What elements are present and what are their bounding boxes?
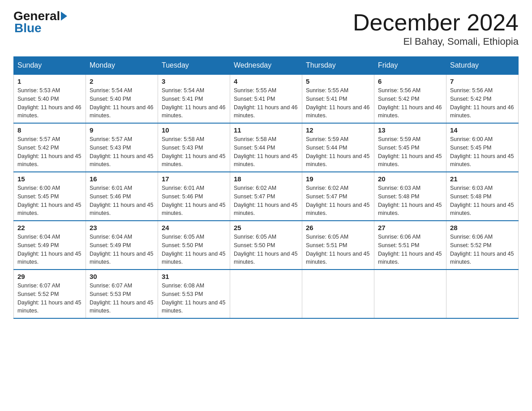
day-info: Sunrise: 6:06 AMSunset: 5:51 PMDaylight:…	[378, 233, 442, 266]
day-number: 3	[162, 77, 226, 85]
logo: General Blue	[13, 9, 68, 35]
calendar-cell	[302, 270, 374, 318]
day-info: Sunrise: 5:57 AMSunset: 5:43 PMDaylight:…	[90, 135, 154, 169]
day-info: Sunrise: 6:07 AMSunset: 5:52 PMDaylight:…	[17, 282, 82, 315]
day-info: Sunrise: 5:58 AMSunset: 5:44 PMDaylight:…	[234, 135, 298, 169]
day-number: 10	[162, 126, 226, 134]
day-number: 30	[90, 273, 154, 280]
day-info: Sunrise: 6:03 AMSunset: 5:48 PMDaylight:…	[378, 184, 442, 218]
day-number: 8	[17, 126, 82, 134]
calendar-row-0: 1 Sunrise: 5:53 AMSunset: 5:40 PMDayligh…	[14, 74, 519, 123]
day-info: Sunrise: 6:00 AMSunset: 5:45 PMDaylight:…	[450, 135, 515, 169]
day-info: Sunrise: 6:08 AMSunset: 5:53 PMDaylight:…	[162, 282, 226, 315]
day-info: Sunrise: 6:07 AMSunset: 5:53 PMDaylight:…	[90, 282, 154, 315]
calendar-cell: 24 Sunrise: 6:05 AMSunset: 5:50 PMDaylig…	[158, 221, 230, 270]
day-number: 17	[162, 175, 226, 183]
logo-blue: Blue	[14, 21, 42, 35]
header-day-monday: Monday	[86, 57, 158, 75]
day-number: 13	[378, 126, 442, 134]
day-info: Sunrise: 6:05 AMSunset: 5:50 PMDaylight:…	[234, 233, 298, 266]
day-info: Sunrise: 5:59 AMSunset: 5:44 PMDaylight:…	[306, 135, 370, 169]
calendar-cell: 19 Sunrise: 6:02 AMSunset: 5:47 PMDaylig…	[302, 172, 374, 221]
day-number: 24	[162, 224, 226, 231]
day-number: 27	[378, 224, 442, 231]
calendar-row-2: 15 Sunrise: 6:00 AMSunset: 5:45 PMDaylig…	[14, 172, 519, 221]
day-info: Sunrise: 5:56 AMSunset: 5:42 PMDaylight:…	[378, 86, 442, 120]
calendar-cell: 25 Sunrise: 6:05 AMSunset: 5:50 PMDaylig…	[230, 221, 302, 270]
day-number: 19	[306, 175, 370, 183]
day-info: Sunrise: 6:04 AMSunset: 5:49 PMDaylight:…	[90, 233, 154, 266]
day-info: Sunrise: 5:54 AMSunset: 5:40 PMDaylight:…	[90, 86, 154, 120]
calendar-cell: 22 Sunrise: 6:04 AMSunset: 5:49 PMDaylig…	[14, 221, 86, 270]
calendar-cell: 17 Sunrise: 6:01 AMSunset: 5:46 PMDaylig…	[158, 172, 230, 221]
day-number: 31	[162, 273, 226, 280]
day-info: Sunrise: 6:01 AMSunset: 5:46 PMDaylight:…	[162, 184, 226, 218]
calendar-cell: 10 Sunrise: 5:58 AMSunset: 5:43 PMDaylig…	[158, 123, 230, 172]
calendar-cell: 1 Sunrise: 5:53 AMSunset: 5:40 PMDayligh…	[14, 74, 86, 123]
calendar-cell: 31 Sunrise: 6:08 AMSunset: 5:53 PMDaylig…	[158, 270, 230, 318]
day-number: 16	[90, 175, 154, 183]
header-day-saturday: Saturday	[446, 57, 519, 75]
title-block: December 2024 El Bahay, Somali, Ethiopia	[353, 9, 519, 47]
day-number: 4	[234, 77, 298, 85]
day-info: Sunrise: 6:05 AMSunset: 5:51 PMDaylight:…	[306, 233, 370, 266]
day-number: 18	[234, 175, 298, 183]
day-info: Sunrise: 5:59 AMSunset: 5:45 PMDaylight:…	[378, 135, 442, 169]
day-info: Sunrise: 6:02 AMSunset: 5:47 PMDaylight:…	[234, 184, 298, 218]
calendar-cell: 15 Sunrise: 6:00 AMSunset: 5:45 PMDaylig…	[14, 172, 86, 221]
calendar-cell	[230, 270, 302, 318]
calendar-cell: 23 Sunrise: 6:04 AMSunset: 5:49 PMDaylig…	[86, 221, 158, 270]
day-info: Sunrise: 5:56 AMSunset: 5:42 PMDaylight:…	[450, 86, 515, 120]
day-info: Sunrise: 5:53 AMSunset: 5:40 PMDaylight:…	[17, 86, 82, 120]
calendar-cell: 20 Sunrise: 6:03 AMSunset: 5:48 PMDaylig…	[374, 172, 446, 221]
calendar-cell: 11 Sunrise: 5:58 AMSunset: 5:44 PMDaylig…	[230, 123, 302, 172]
calendar-cell: 5 Sunrise: 5:55 AMSunset: 5:41 PMDayligh…	[302, 74, 374, 123]
day-info: Sunrise: 5:57 AMSunset: 5:42 PMDaylight:…	[17, 135, 82, 169]
day-info: Sunrise: 5:54 AMSunset: 5:41 PMDaylight:…	[162, 86, 226, 120]
header-day-sunday: Sunday	[14, 57, 86, 75]
day-number: 20	[378, 175, 442, 183]
day-info: Sunrise: 5:58 AMSunset: 5:43 PMDaylight:…	[162, 135, 226, 169]
page-header: General Blue December 2024 El Bahay, Som…	[13, 9, 519, 47]
calendar-cell: 4 Sunrise: 5:55 AMSunset: 5:41 PMDayligh…	[230, 74, 302, 123]
logo-arrow-icon	[61, 12, 67, 21]
day-number: 22	[17, 224, 82, 231]
calendar-cell: 9 Sunrise: 5:57 AMSunset: 5:43 PMDayligh…	[86, 123, 158, 172]
month-title: December 2024	[353, 9, 519, 36]
day-number: 21	[450, 175, 515, 183]
day-info: Sunrise: 6:02 AMSunset: 5:47 PMDaylight:…	[306, 184, 370, 218]
header-day-tuesday: Tuesday	[158, 57, 230, 75]
day-number: 12	[306, 126, 370, 134]
calendar-cell: 26 Sunrise: 6:05 AMSunset: 5:51 PMDaylig…	[302, 221, 374, 270]
day-number: 29	[17, 273, 82, 280]
calendar-cell	[374, 270, 446, 318]
day-number: 23	[90, 224, 154, 231]
day-info: Sunrise: 6:04 AMSunset: 5:49 PMDaylight:…	[17, 233, 82, 266]
calendar-cell: 2 Sunrise: 5:54 AMSunset: 5:40 PMDayligh…	[86, 74, 158, 123]
calendar-body: 1 Sunrise: 5:53 AMSunset: 5:40 PMDayligh…	[14, 74, 519, 318]
day-info: Sunrise: 6:01 AMSunset: 5:46 PMDaylight:…	[90, 184, 154, 218]
calendar-cell: 18 Sunrise: 6:02 AMSunset: 5:47 PMDaylig…	[230, 172, 302, 221]
day-number: 25	[234, 224, 298, 231]
day-number: 5	[306, 77, 370, 85]
day-info: Sunrise: 5:55 AMSunset: 5:41 PMDaylight:…	[234, 86, 298, 120]
day-number: 1	[17, 77, 82, 85]
header-day-friday: Friday	[374, 57, 446, 75]
day-info: Sunrise: 5:55 AMSunset: 5:41 PMDaylight:…	[306, 86, 370, 120]
calendar-cell: 30 Sunrise: 6:07 AMSunset: 5:53 PMDaylig…	[86, 270, 158, 318]
header-day-wednesday: Wednesday	[230, 57, 302, 75]
calendar-cell: 6 Sunrise: 5:56 AMSunset: 5:42 PMDayligh…	[374, 74, 446, 123]
calendar-cell: 21 Sunrise: 6:03 AMSunset: 5:48 PMDaylig…	[446, 172, 519, 221]
day-number: 7	[450, 77, 515, 85]
calendar-cell: 3 Sunrise: 5:54 AMSunset: 5:41 PMDayligh…	[158, 74, 230, 123]
calendar-cell: 8 Sunrise: 5:57 AMSunset: 5:42 PMDayligh…	[14, 123, 86, 172]
day-number: 6	[378, 77, 442, 85]
calendar-row-4: 29 Sunrise: 6:07 AMSunset: 5:52 PMDaylig…	[14, 270, 519, 318]
header-day-thursday: Thursday	[302, 57, 374, 75]
day-info: Sunrise: 6:05 AMSunset: 5:50 PMDaylight:…	[162, 233, 226, 266]
calendar-cell: 27 Sunrise: 6:06 AMSunset: 5:51 PMDaylig…	[374, 221, 446, 270]
header-row: SundayMondayTuesdayWednesdayThursdayFrid…	[14, 57, 519, 75]
calendar-row-1: 8 Sunrise: 5:57 AMSunset: 5:42 PMDayligh…	[14, 123, 519, 172]
day-number: 28	[450, 224, 515, 231]
calendar-header: SundayMondayTuesdayWednesdayThursdayFrid…	[14, 57, 519, 75]
